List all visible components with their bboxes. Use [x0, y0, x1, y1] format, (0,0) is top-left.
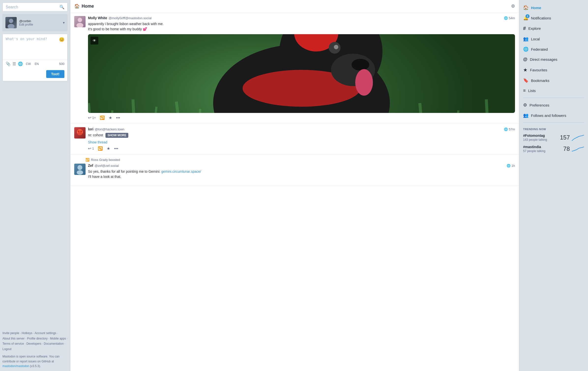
profile-handle: @corbin: [19, 19, 33, 23]
nav-label-follows: Follows and followers: [531, 113, 566, 118]
filter-icon[interactable]: ⚙: [511, 3, 515, 9]
post-avatar-lori[interactable]: [74, 127, 86, 139]
nav-item-notifications[interactable]: 🔔 2 Notifications: [519, 13, 588, 23]
favourite-button[interactable]: ★: [109, 115, 112, 120]
post-time-zef: 🌐 1h: [507, 164, 515, 168]
post-header-zef: Zef @zef@zef.social 🌐 1h So yes, thanks …: [74, 164, 515, 182]
trending-item-mastindia[interactable]: #mastindia 57 people talking 78: [523, 145, 584, 153]
boost-button[interactable]: 🔁: [100, 115, 105, 120]
post-body-zef: Zef @zef@zef.social 🌐 1h So yes, thanks …: [88, 164, 515, 182]
search-icon: 🔍: [59, 5, 64, 9]
language-button[interactable]: EN: [34, 62, 40, 66]
mobile-apps-link[interactable]: Mobile apps: [50, 337, 66, 340]
notifications-badge: 2: [526, 14, 529, 18]
nav-item-preferences[interactable]: ⚙ Preferences: [519, 100, 588, 110]
boost-icon: 🔁: [100, 115, 105, 120]
terms-link[interactable]: Terms of service: [2, 342, 24, 345]
cw-button[interactable]: CW: [25, 62, 32, 66]
developers-link[interactable]: Developers: [26, 342, 41, 345]
boost-icon-lori: 🔁: [98, 146, 103, 151]
nav-item-bookmarks[interactable]: 🔖 Bookmarks: [519, 75, 588, 86]
ellipsis-icon: •••: [116, 116, 120, 120]
boost-icon-small: 🔁: [86, 158, 89, 162]
logout-link[interactable]: Logout: [2, 347, 12, 351]
post-avatar-zef[interactable]: [74, 164, 86, 175]
reply-button[interactable]: ↩ 1+: [88, 115, 96, 120]
post-text-zef: So yes, thanks for all for pointing me t…: [88, 169, 515, 174]
home-header-icon: 🏠: [74, 3, 80, 9]
nav-item-favourites[interactable]: ★ Favourites: [519, 64, 588, 75]
nav-item-explore[interactable]: # Explore: [519, 23, 588, 34]
image-eye-icon[interactable]: 👁: [90, 37, 98, 45]
reply-button-lori[interactable]: ↩ 1: [88, 146, 94, 151]
nav-label-favourites: Favourites: [530, 68, 547, 72]
left-footer: Invite people · Hotkeys · Account settin…: [2, 326, 68, 369]
trending-people-1: 143 people talking: [523, 138, 560, 141]
more-button[interactable]: •••: [116, 116, 120, 120]
post-timestamp-lori: 57m: [509, 127, 515, 131]
nav-item-follows[interactable]: 👥 Follows and followers: [519, 110, 588, 121]
ellipsis-icon-lori: •••: [114, 146, 118, 151]
post-author-lori: lori @lori@hackers.town: [88, 127, 124, 131]
svg-point-2: [78, 18, 82, 22]
favourite-button-lori[interactable]: ★: [107, 146, 110, 151]
nav-label-federated: Federated: [531, 47, 548, 51]
hashtag-icon: #: [523, 26, 526, 31]
attach-icon[interactable]: 📎: [6, 62, 11, 66]
post-handle-zef: @zef@zef.social: [95, 164, 119, 168]
nav-item-local[interactable]: 👥 Local: [519, 34, 588, 44]
trending-item-fotomontag[interactable]: #Fotomontag 143 people talking 157: [523, 134, 584, 141]
compose-toolbar: 📎 ☰ 🌐 CW EN 500: [3, 59, 67, 68]
documentation-link[interactable]: Documentation: [44, 342, 64, 345]
follows-icon: 👥: [523, 113, 529, 118]
more-button-lori[interactable]: •••: [114, 146, 118, 151]
gear-icon: ⚙: [523, 102, 527, 108]
invite-people-link[interactable]: Invite people: [2, 331, 19, 335]
post-header: Molly White @molly0xfff@mastodon.social …: [74, 16, 515, 120]
post-time-lori: 🌐 57m: [504, 127, 515, 131]
show-thread-link[interactable]: Show thread: [88, 140, 515, 144]
profile-directory-link[interactable]: Profile directory: [27, 337, 47, 340]
post-meta-zef: Zef @zef@zef.social 🌐 1h: [88, 164, 515, 168]
about-server-link[interactable]: About this server: [2, 337, 25, 340]
compose-textarea[interactable]: [3, 34, 67, 59]
post-name-zef: Zef: [88, 164, 93, 168]
search-bar[interactable]: 🔍: [2, 2, 68, 12]
edit-profile-link[interactable]: Edit profile: [19, 23, 33, 26]
trending-chart-2: [572, 145, 584, 153]
post-text-line2: it's good to be home with my buddy 💕: [88, 27, 515, 32]
profile-card: @corbin Edit profile ▾: [2, 14, 68, 31]
gemini-link[interactable]: gemini.circumlunar.space/: [161, 170, 201, 173]
nav-item-direct[interactable]: @ Direct messages: [519, 54, 588, 64]
github-link[interactable]: mastodon/mastodon: [2, 364, 29, 368]
account-settings-link[interactable]: Account settings: [35, 331, 56, 335]
post-body-lori: lori @lori@hackers.town 🌐 57m re: cohost…: [88, 127, 515, 151]
emoji-picker-icon[interactable]: 😊: [59, 37, 64, 42]
post-timestamp: 54m: [509, 16, 515, 20]
chevron-down-icon[interactable]: ▾: [63, 21, 65, 25]
post-text-zef2: I'll have a look at that.: [88, 174, 515, 179]
nav-label-explore: Explore: [528, 26, 541, 31]
search-input[interactable]: [6, 5, 59, 9]
svg-point-26: [352, 59, 369, 71]
boost-button-lori[interactable]: 🔁: [98, 146, 103, 151]
trending-tag-1: #Fotomontag: [523, 134, 560, 138]
post-body-molly: Molly White @molly0xfff@mastodon.social …: [88, 16, 515, 120]
post-author-zef: Zef @zef@zef.social: [88, 164, 119, 168]
nav-item-federated[interactable]: 🌐 Federated: [519, 44, 588, 54]
nav-item-lists[interactable]: ≡ Lists: [519, 86, 588, 96]
nav-item-home[interactable]: 🏠 Home: [519, 2, 588, 13]
hotkeys-link[interactable]: Hotkeys: [22, 331, 32, 335]
globe-icon[interactable]: 🌐: [18, 62, 23, 66]
post-content-zef: So yes, thanks for all for pointing me t…: [88, 169, 515, 179]
toot-button[interactable]: Toot!: [46, 70, 64, 78]
format-icon[interactable]: ☰: [13, 62, 16, 66]
star-icon-lori: ★: [107, 146, 110, 151]
post-avatar-molly[interactable]: [74, 16, 86, 27]
footer-links: Invite people · Hotkeys · Account settin…: [2, 331, 68, 352]
show-more-button[interactable]: SHOW MORE: [105, 133, 128, 138]
post-author: Molly White @molly0xfff@mastodon.social: [88, 16, 152, 20]
trending-chart-1: [572, 134, 584, 141]
nav-label-preferences: Preferences: [529, 103, 549, 107]
globe-icon-small: 🌐: [504, 16, 508, 20]
